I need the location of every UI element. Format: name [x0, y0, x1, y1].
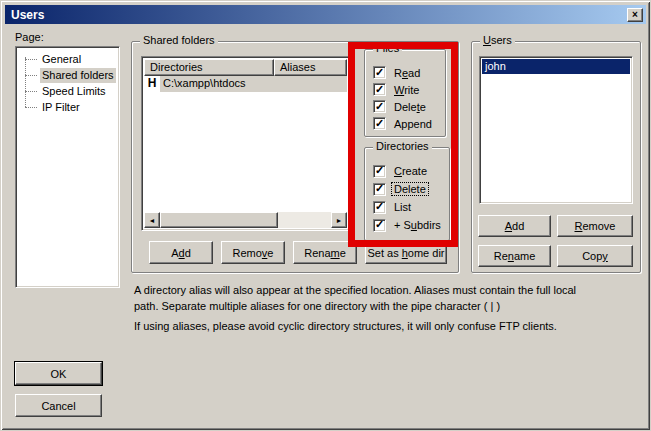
user-name: john	[485, 60, 506, 72]
checkbox-row-subdirs: ✓ + Subdirs	[373, 216, 445, 234]
tree-item-label: IP Filter	[40, 100, 82, 115]
create-checkbox[interactable]: ✓	[373, 165, 386, 178]
tree-item-ip-filter[interactable]: IP Filter	[18, 100, 117, 116]
button-label: Cancel	[41, 400, 75, 412]
shared-rename-button[interactable]: Rename	[293, 241, 357, 264]
close-button[interactable]: ×	[627, 8, 643, 22]
cancel-button[interactable]: Cancel	[15, 394, 102, 417]
users-rename-button[interactable]: Rename	[478, 245, 551, 267]
shared-folders-list: Directories Aliases H C:\xampp\htdocs ◄ …	[141, 56, 350, 231]
directories-group: Directories ✓ Create ✓ Delete ✓ List ✓ +…	[364, 147, 450, 241]
title-bar[interactable]: Users ×	[5, 5, 646, 24]
button-label: Set as home dir	[367, 247, 444, 259]
user-row-john[interactable]: john	[482, 59, 630, 74]
write-checkbox-label: Write	[392, 84, 421, 96]
delete-files-checkbox-label: Delete	[392, 101, 428, 113]
users-dialog: Users × Page: General Shared folders Spe…	[0, 0, 651, 431]
ok-button[interactable]: OK	[15, 362, 102, 385]
scroll-left-button[interactable]: ◄	[144, 212, 160, 228]
check-icon: ✓	[375, 84, 384, 95]
button-label: Add	[171, 247, 191, 259]
checkbox-row-delete-files: ✓ Delete	[373, 98, 441, 115]
checkbox-row-read: ✓ Read	[373, 64, 441, 81]
tree-item-speed-limits[interactable]: Speed Limits	[18, 84, 117, 100]
tree-item-label: Shared folders	[40, 68, 116, 83]
list-header: Directories Aliases	[144, 59, 347, 76]
check-icon: ✓	[375, 165, 384, 176]
button-label: Add	[505, 220, 525, 232]
directories-group-label: Directories	[373, 140, 432, 152]
write-checkbox[interactable]: ✓	[373, 83, 386, 96]
users-copy-button[interactable]: Copy	[557, 245, 633, 267]
checkbox-row-create: ✓ Create	[373, 162, 445, 180]
check-icon: ✓	[375, 219, 384, 230]
home-directory-flag: H	[144, 76, 160, 92]
button-label: Rename	[494, 250, 536, 262]
read-checkbox[interactable]: ✓	[373, 66, 386, 79]
check-icon: ✓	[375, 118, 384, 129]
check-icon: ✓	[375, 201, 384, 212]
shared-folders-group-label: Shared folders	[140, 34, 218, 46]
delete-files-checkbox[interactable]: ✓	[373, 100, 386, 113]
window-title: Users	[11, 8, 44, 22]
checkbox-row-write: ✓ Write	[373, 81, 441, 98]
tree-item-shared-folders[interactable]: Shared folders	[18, 68, 117, 84]
scroll-left-icon: ◄	[149, 217, 156, 224]
button-label: OK	[51, 368, 67, 380]
shared-remove-button[interactable]: Remove	[221, 241, 285, 264]
tree-item-label: General	[40, 52, 83, 67]
subdirs-checkbox-label: + Subdirs	[392, 219, 443, 231]
check-icon: ✓	[375, 67, 384, 78]
files-group-label: Files	[373, 42, 402, 54]
delete-dirs-checkbox[interactable]: ✓	[373, 183, 386, 196]
column-header-aliases[interactable]: Aliases	[274, 59, 347, 76]
list-checkbox[interactable]: ✓	[373, 201, 386, 214]
subdirs-checkbox[interactable]: ✓	[373, 219, 386, 232]
read-checkbox-label: Read	[392, 67, 422, 79]
check-icon: ✓	[375, 183, 384, 194]
alias-note-line1: A directory alias will also appear at th…	[134, 282, 576, 298]
close-icon: ×	[632, 10, 638, 20]
scrollbar-track[interactable]	[278, 212, 331, 228]
list-body: H C:\xampp\htdocs	[144, 76, 347, 212]
alias-note-line2: path. Separate multiple aliases for one …	[134, 298, 500, 314]
delete-dirs-checkbox-label: Delete	[392, 183, 428, 195]
users-group-label: Users	[480, 34, 515, 46]
page-tree: General Shared folders Speed Limits IP F…	[15, 46, 120, 288]
append-checkbox[interactable]: ✓	[373, 117, 386, 130]
page-label: Page:	[15, 31, 44, 43]
directory-path: C:\xampp\htdocs	[160, 76, 347, 92]
set-as-home-dir-button[interactable]: Set as home dir	[365, 241, 447, 264]
button-label: Remove	[575, 220, 616, 232]
checkbox-row-list: ✓ List	[373, 198, 445, 216]
create-checkbox-label: Create	[392, 165, 429, 177]
cyclic-note: If using aliases, please avoid cyclic di…	[134, 318, 557, 334]
users-add-button[interactable]: Add	[478, 215, 551, 237]
button-label: Copy	[582, 250, 608, 262]
users-list: john	[479, 56, 633, 204]
checkbox-row-delete-dirs: ✓ Delete	[373, 180, 445, 198]
tree-item-general[interactable]: General	[18, 52, 117, 68]
directory-row[interactable]: H C:\xampp\htdocs	[144, 76, 347, 92]
check-icon: ✓	[375, 101, 384, 112]
files-group: Files ✓ Read ✓ Write ✓ Delete ✓ Append	[364, 49, 446, 137]
horizontal-scrollbar[interactable]: ◄ ►	[144, 212, 347, 228]
scrollbar-thumb[interactable]	[160, 212, 278, 228]
checkbox-row-append: ✓ Append	[373, 115, 441, 132]
list-checkbox-label: List	[392, 201, 413, 213]
button-label: Rename	[304, 247, 346, 259]
tree-item-label: Speed Limits	[40, 84, 108, 99]
scroll-right-icon: ►	[336, 217, 343, 224]
users-remove-button[interactable]: Remove	[557, 215, 633, 237]
column-header-directories[interactable]: Directories	[144, 59, 274, 76]
button-label: Remove	[233, 247, 274, 259]
scroll-right-button[interactable]: ►	[331, 212, 347, 228]
append-checkbox-label: Append	[392, 118, 434, 130]
shared-add-button[interactable]: Add	[149, 241, 213, 264]
